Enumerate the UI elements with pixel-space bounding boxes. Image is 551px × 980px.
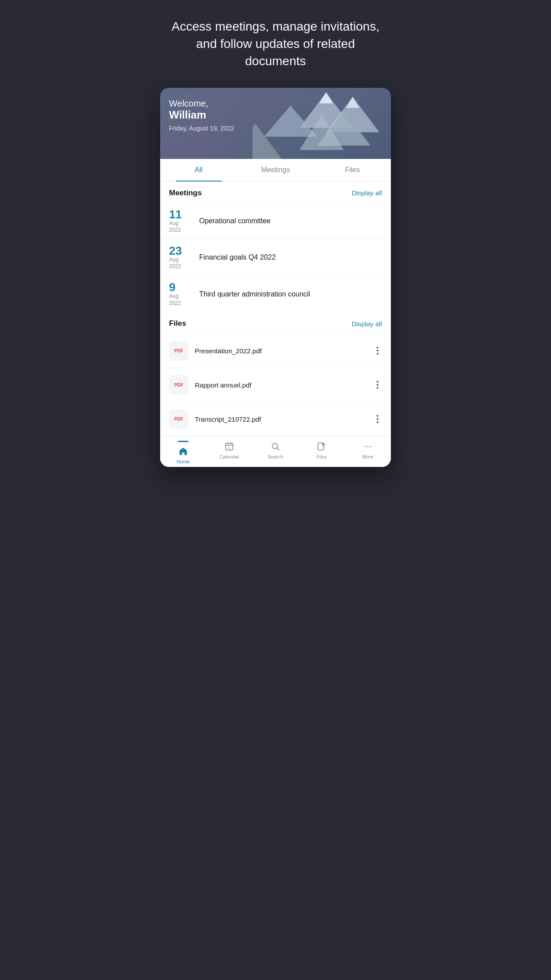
header-text: Welcome, William Friday, August 19, 2022 — [169, 99, 382, 132]
svg-point-18 — [370, 446, 371, 447]
meetings-header: Meetings Display all — [160, 182, 391, 203]
nav-files[interactable]: Files — [299, 441, 345, 464]
file-item[interactable]: PDF Rapport annuel.pdf — [160, 368, 391, 402]
nav-home[interactable]: Home — [160, 441, 206, 464]
nav-search-label: Search — [268, 454, 283, 459]
pdf-icon: PDF — [169, 409, 189, 429]
file-name: Transcript_210722.pdf — [195, 415, 373, 423]
meeting-name: Third quarter administration council — [199, 290, 310, 298]
pdf-icon: PDF — [169, 341, 189, 360]
meeting-month: Aug — [169, 257, 192, 264]
file-name: Rapport annuel.pdf — [195, 381, 373, 389]
tab-all[interactable]: All — [160, 159, 237, 181]
files-header: Files Display all — [160, 312, 391, 333]
svg-line-14 — [277, 448, 279, 450]
meeting-day: 23 — [169, 245, 192, 257]
home-icon — [177, 446, 189, 457]
nav-more[interactable]: More — [345, 441, 391, 464]
meeting-item[interactable]: 9 Aug 2022 Third quarter administration … — [160, 276, 391, 312]
meeting-day: 11 — [169, 209, 192, 220]
pdf-label: PDF — [174, 348, 183, 353]
calendar-icon: 21 — [224, 441, 235, 452]
file-more-button[interactable] — [373, 379, 382, 391]
nav-calendar[interactable]: 21 Calendar — [206, 441, 252, 464]
bottom-nav: Home 21 Calendar — [160, 436, 391, 467]
welcome-line: Welcome, — [169, 99, 382, 109]
file-more-button[interactable] — [373, 413, 382, 425]
meeting-name: Operational committee — [199, 217, 271, 225]
search-icon — [270, 441, 281, 452]
meeting-date-box: 11 Aug 2022 — [169, 209, 192, 234]
tab-meetings[interactable]: Meetings — [237, 159, 314, 181]
meetings-title: Meetings — [169, 189, 202, 198]
tab-bar: All Meetings Files — [160, 159, 391, 182]
tab-files[interactable]: Files — [314, 159, 391, 181]
files-title: Files — [169, 319, 186, 328]
pdf-icon: PDF — [169, 375, 189, 395]
meeting-month: Aug — [169, 293, 192, 300]
more-icon — [362, 441, 374, 452]
meeting-name: Financial goals Q4 2022 — [199, 253, 276, 261]
nav-search[interactable]: Search — [252, 441, 299, 464]
meeting-month: Aug — [169, 220, 192, 227]
hero-text: Access meetings, manage invitations, and… — [165, 18, 386, 70]
meeting-date-box: 9 Aug 2022 — [169, 281, 192, 307]
files-icon — [316, 441, 327, 452]
user-name: William — [169, 109, 382, 121]
nav-home-label: Home — [177, 459, 189, 464]
files-section: Files Display all PDF Presentation_2022.… — [160, 312, 391, 436]
content-area: All Meetings Files Meetings Display all … — [160, 159, 391, 467]
svg-point-16 — [364, 446, 366, 447]
nav-calendar-label: Calendar — [220, 454, 240, 459]
files-display-all[interactable]: Display all — [352, 320, 382, 328]
nav-files-label: Files — [316, 454, 327, 459]
meeting-day: 9 — [169, 281, 192, 293]
meeting-year: 2022 — [169, 263, 192, 270]
meeting-date-box: 23 Aug 2022 — [169, 245, 192, 270]
meetings-section: Meetings Display all 11 Aug 2022 Operati… — [160, 182, 391, 312]
meeting-item[interactable]: 11 Aug 2022 Operational committee — [160, 203, 391, 239]
header-date: Friday, August 19, 2022 — [169, 125, 382, 132]
header-banner: Welcome, William Friday, August 19, 2022 — [160, 88, 391, 159]
meetings-display-all[interactable]: Display all — [352, 189, 382, 197]
pdf-label: PDF — [174, 383, 183, 387]
file-item[interactable]: PDF Transcript_210722.pdf — [160, 402, 391, 436]
file-item[interactable]: PDF Presentation_2022.pdf — [160, 333, 391, 368]
file-more-button[interactable] — [373, 345, 382, 356]
file-name: Presentation_2022.pdf — [195, 347, 373, 355]
nav-more-label: More — [362, 454, 373, 459]
svg-point-17 — [367, 446, 369, 447]
meeting-year: 2022 — [169, 227, 192, 234]
pdf-label: PDF — [174, 417, 183, 422]
app-card: Welcome, William Friday, August 19, 2022… — [160, 88, 391, 467]
meeting-year: 2022 — [169, 300, 192, 307]
svg-text:21: 21 — [228, 447, 231, 450]
meeting-item[interactable]: 23 Aug 2022 Financial goals Q4 2022 — [160, 239, 391, 276]
